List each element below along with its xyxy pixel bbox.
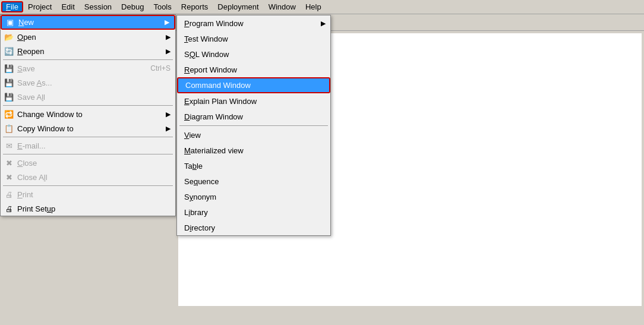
print-setup-label: Print Setup xyxy=(17,204,55,213)
save-shortcut: Ctrl+S xyxy=(150,64,171,72)
menu-item-email[interactable]: ✉ E-mail... xyxy=(1,138,175,153)
close-label: Close xyxy=(17,159,37,168)
sequence-label: Sequence xyxy=(184,177,219,186)
submenu-directory[interactable]: Directory xyxy=(177,220,330,235)
session-label: Session xyxy=(84,2,112,11)
menu-project[interactable]: Project xyxy=(23,1,56,12)
sql-window-label: SQL Window xyxy=(184,50,229,59)
submenu-library[interactable]: Library xyxy=(177,204,330,220)
menu-file[interactable]: File xyxy=(1,1,23,12)
explain-plan-window-label: Explain Plan Window xyxy=(184,97,257,106)
submenu-report-window[interactable]: Report Window xyxy=(177,62,330,77)
email-icon: ✉ xyxy=(3,141,15,150)
debug-label: Debug xyxy=(121,2,144,11)
program-window-label: Program Window xyxy=(184,19,244,28)
menu-help[interactable]: Help xyxy=(301,1,326,12)
save-icon: 💾 xyxy=(3,64,15,73)
file-menu-dropdown: ▣ New ▶ 📂 Open ▶ 🔄 Reopen ▶ 💾 Save Ctrl+… xyxy=(0,14,176,216)
edit-label: Edit xyxy=(61,2,74,11)
menu-item-new[interactable]: ▣ New ▶ xyxy=(1,15,175,30)
open-label: Open xyxy=(17,33,36,42)
new-icon: ▣ xyxy=(4,18,16,27)
menu-item-close[interactable]: ✖ Close xyxy=(1,156,175,170)
menu-deployment[interactable]: Deployment xyxy=(213,1,263,12)
menu-item-copy-window[interactable]: 📋 Copy Window to ▶ xyxy=(1,121,175,135)
submenu-materialized-view[interactable]: Materialized view xyxy=(177,143,330,158)
submenu-view[interactable]: View xyxy=(177,127,330,143)
file-label: File xyxy=(6,2,18,11)
program-window-arrow: ▶ xyxy=(321,20,326,27)
copy-window-icon: 📋 xyxy=(3,124,15,133)
view-label: View xyxy=(184,131,201,140)
email-label: E-mail... xyxy=(17,141,46,150)
save-all-icon: 💾 xyxy=(3,93,15,102)
diagram-window-label: Diagram Window xyxy=(184,112,243,121)
sep-5 xyxy=(3,185,173,186)
deployment-label: Deployment xyxy=(217,2,258,11)
submenu-table[interactable]: Table xyxy=(177,158,330,173)
test-window-label: Test Window xyxy=(184,34,228,43)
submenu-command-window[interactable]: Command Window xyxy=(177,77,330,93)
menu-item-print[interactable]: 🖨 Print xyxy=(1,187,175,201)
save-as-label: Save As... xyxy=(17,78,52,87)
change-window-arrow: ▶ xyxy=(166,111,171,118)
copy-window-label: Copy Window to xyxy=(17,124,74,133)
table-label: Table xyxy=(184,162,203,171)
new-submenu: Program Window ▶ Test Window SQL Window … xyxy=(176,15,331,236)
menu-item-change-window[interactable]: 🔁 Change Window to ▶ xyxy=(1,107,175,121)
menu-item-save[interactable]: 💾 Save Ctrl+S xyxy=(1,61,175,75)
command-window-label: Command Window xyxy=(185,81,251,90)
project-label: Project xyxy=(28,2,52,11)
change-window-icon: 🔁 xyxy=(3,110,15,119)
close-icon: ✖ xyxy=(3,159,15,168)
new-label: New xyxy=(18,18,34,27)
open-arrow: ▶ xyxy=(166,33,171,41)
submenu-explain-plan-window[interactable]: Explain Plan Window xyxy=(177,93,330,109)
main-area: ▣ New ▶ 📂 Open ▶ 🔄 Reopen ▶ 💾 Save Ctrl+… xyxy=(0,14,644,308)
print-label: Print xyxy=(17,190,33,199)
reports-label: Reports xyxy=(181,2,209,11)
menu-item-save-as[interactable]: 💾 Save As... xyxy=(1,75,175,90)
tools-label: Tools xyxy=(153,2,171,11)
save-as-icon: 💾 xyxy=(3,78,15,87)
save-label: Save xyxy=(17,64,35,73)
sep-3 xyxy=(3,137,173,137)
print-setup-icon: 🖨 xyxy=(3,204,15,213)
window-label: Window xyxy=(269,2,296,11)
submenu-sequence[interactable]: Sequence xyxy=(177,173,330,189)
menu-tools[interactable]: Tools xyxy=(149,1,176,12)
new-arrow: ▶ xyxy=(165,18,169,26)
menu-item-reopen[interactable]: 🔄 Reopen ▶ xyxy=(1,44,175,58)
library-label: Library xyxy=(184,208,208,217)
directory-label: Directory xyxy=(184,223,215,232)
save-all-label: Save All xyxy=(17,93,45,102)
close-all-icon: ✖ xyxy=(3,173,15,182)
submenu-diagram-window[interactable]: Diagram Window xyxy=(177,109,330,124)
help-label: Help xyxy=(305,2,321,11)
sep-2 xyxy=(3,105,173,106)
synonym-label: Synonym xyxy=(184,193,216,201)
menu-window[interactable]: Window xyxy=(264,1,301,12)
reopen-arrow: ▶ xyxy=(166,48,171,55)
open-icon: 📂 xyxy=(3,33,15,42)
submenu-program-window[interactable]: Program Window ▶ xyxy=(177,15,330,31)
menu-reports[interactable]: Reports xyxy=(176,1,213,12)
reopen-label: Reopen xyxy=(17,47,45,56)
materialized-view-label: Materialized view xyxy=(184,146,244,155)
menu-debug[interactable]: Debug xyxy=(116,1,149,12)
menu-edit[interactable]: Edit xyxy=(56,1,79,12)
menu-item-print-setup[interactable]: 🖨 Print Setup xyxy=(1,201,175,216)
menu-session[interactable]: Session xyxy=(80,1,116,12)
submenu-sql-window[interactable]: SQL Window xyxy=(177,46,330,62)
submenu-test-window[interactable]: Test Window xyxy=(177,31,330,46)
submenu-synonym[interactable]: Synonym xyxy=(177,189,330,204)
menu-bar: File Project Edit Session Debug Tools Re… xyxy=(0,0,644,14)
menu-item-close-all[interactable]: ✖ Close All xyxy=(1,170,175,184)
report-window-label: Report Window xyxy=(184,65,237,74)
menu-item-save-all[interactable]: 💾 Save All xyxy=(1,90,175,104)
close-all-label: Close All xyxy=(17,173,48,182)
reopen-icon: 🔄 xyxy=(3,47,15,56)
sep-4 xyxy=(3,154,173,154)
menu-item-open[interactable]: 📂 Open ▶ xyxy=(1,30,175,44)
sep-1 xyxy=(3,59,173,60)
